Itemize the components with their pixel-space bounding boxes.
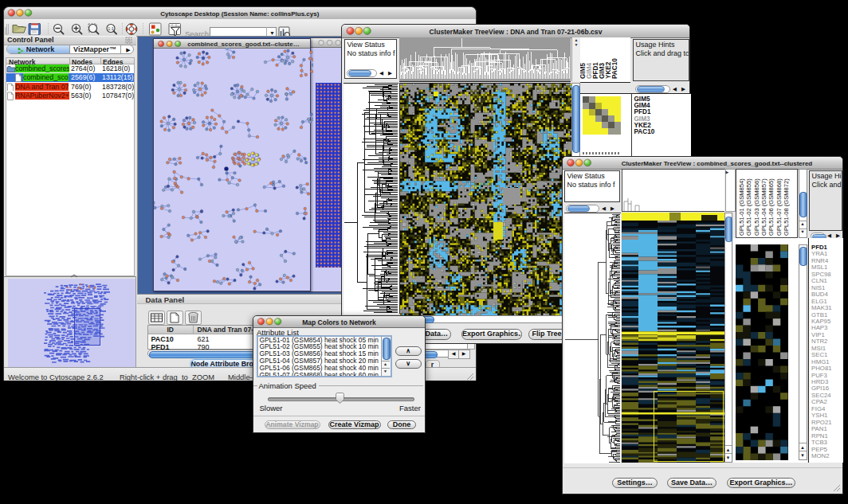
svg-text:PAC10: PAC10 [611, 58, 618, 79]
svg-text:GPL51-08 (GSM872): GPL51-08 (GSM872) [782, 178, 789, 236]
svg-text:GPL51-04 (GSM857): GPL51-04 (GSM857) [760, 178, 767, 236]
svg-text:GPL51-01 (GSM854): GPL51-01 (GSM854) [738, 178, 745, 236]
svg-text:1:1: 1:1 [108, 26, 114, 31]
svg-text:GPL51-02 (GSM855): GPL51-02 (GSM855) [745, 178, 752, 236]
svg-text:GPL51-07 (GSM868): GPL51-07 (GSM868) [775, 178, 782, 236]
svg-text:GPL51-06 (GSM865): GPL51-06 (GSM865) [768, 178, 775, 236]
svg-text:MON2: MON2 [811, 451, 830, 459]
svg-text:GPL51-03 (GSM856): GPL51-03 (GSM856) [752, 178, 760, 236]
